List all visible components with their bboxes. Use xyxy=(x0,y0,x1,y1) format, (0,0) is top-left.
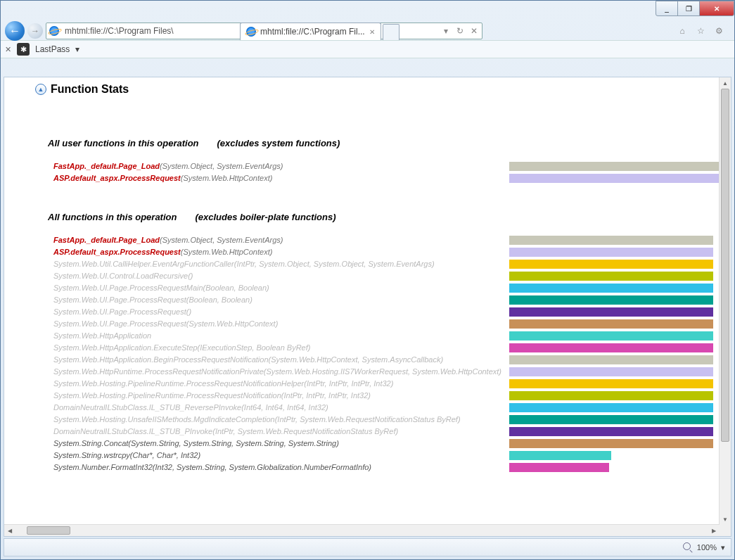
function-bar xyxy=(509,295,713,305)
minimize-icon: _ xyxy=(665,5,669,13)
function-name: System.Web.Hosting.UnsafeIISMethods.MgdI… xyxy=(53,414,509,424)
lastpass-dropdown-icon[interactable]: ▾ xyxy=(75,44,79,54)
scroll-left-icon[interactable]: ◀ xyxy=(4,525,15,536)
function-name: FastApp._default.Page_Load(System.Object… xyxy=(53,161,509,171)
function-bar xyxy=(509,260,713,269)
window-titlebar: _ ❐ ✕ xyxy=(1,1,734,20)
function-row: DomainNeutralILStubClass.IL_STUB_Reverse… xyxy=(53,402,720,413)
function-name: System.Number.FormatInt32(Int32, System.… xyxy=(53,462,509,472)
browser-tab[interactable]: mhtml:file://C:\Program Fil... ✕ xyxy=(240,23,381,40)
arrow-right-icon: → xyxy=(31,26,39,36)
zoom-icon[interactable] xyxy=(683,542,693,552)
function-row: System.Web.UI.Page.ProcessRequest() xyxy=(53,307,720,317)
home-icon[interactable]: ⌂ xyxy=(677,25,688,37)
scroll-right-icon[interactable]: ▶ xyxy=(708,525,720,536)
scroll-corner xyxy=(720,525,731,536)
function-name: ASP.default_aspx.ProcessRequest(System.W… xyxy=(53,247,509,257)
window-buttons: _ ❐ ✕ xyxy=(656,1,734,16)
function-bar xyxy=(509,379,713,388)
toolbar-icons: ⌂ ☆ ⚙ xyxy=(671,25,730,37)
function-row: System.String.wstrcpy(Char*, Char*, Int3… xyxy=(53,450,720,461)
content-area: ▲ Function Stats All user functions in t… xyxy=(4,77,731,537)
function-row: DomainNeutralILStubClass.IL_STUB_PInvoke… xyxy=(53,426,720,437)
dropdown-icon[interactable]: ▾ xyxy=(441,26,451,36)
section1-title: All user functions in this operation(exc… xyxy=(48,138,720,148)
lastpass-icon[interactable]: ✱ xyxy=(17,43,30,56)
function-name: System.String.wstrcpy(Char*, Char*, Int3… xyxy=(53,450,509,460)
function-bar xyxy=(509,343,713,352)
viewport: ▲ Function Stats All user functions in t… xyxy=(4,77,720,525)
function-name: System.Web.UI.Page.ProcessRequest() xyxy=(53,307,509,317)
ie-icon xyxy=(246,27,256,37)
function-bar xyxy=(509,174,720,183)
function-row: System.Web.Hosting.PipelineRuntime.Proce… xyxy=(53,378,720,389)
horizontal-scrollbar[interactable]: ◀ ▶ xyxy=(4,524,720,536)
extension-toolbar: ✕ ✱ LastPass ▾ xyxy=(1,40,734,58)
function-name: System.Web.UI.Control.LoadRecursive() xyxy=(53,271,509,281)
function-name: System.Web.HttpApplication xyxy=(53,331,509,341)
maximize-icon: ❐ xyxy=(686,5,692,13)
gear-icon[interactable]: ⚙ xyxy=(713,25,724,37)
page-title: Function Stats xyxy=(51,83,129,96)
section2-title: All functions in this operation(excludes… xyxy=(48,212,720,222)
favorites-icon[interactable]: ☆ xyxy=(695,25,706,37)
maximize-button[interactable]: ❐ xyxy=(677,1,700,16)
function-name: DomainNeutralILStubClass.IL_STUB_Reverse… xyxy=(53,402,509,412)
function-row: System.Web.UI.Page.ProcessRequest(Boolea… xyxy=(53,295,720,305)
function-row: System.Web.HttpApplication.BeginProcessR… xyxy=(53,355,720,365)
scroll-down-icon[interactable]: ▼ xyxy=(720,514,731,525)
vscroll-thumb[interactable] xyxy=(721,89,729,442)
function-row: System.Number.FormatInt32(Int32, System.… xyxy=(53,462,720,473)
function-bar xyxy=(509,367,713,376)
zoom-dropdown-icon[interactable]: ▾ xyxy=(721,543,725,552)
page-header: ▲ Function Stats xyxy=(35,83,720,96)
function-name: DomainNeutralILStubClass.IL_STUB_PInvoke… xyxy=(53,426,509,436)
stop-icon[interactable]: ✕ xyxy=(469,26,479,36)
close-button[interactable]: ✕ xyxy=(699,1,734,16)
function-bar xyxy=(509,439,713,448)
page-content: ▲ Function Stats All user functions in t… xyxy=(4,77,720,507)
collapse-icon[interactable]: ▲ xyxy=(35,84,46,95)
function-name: System.Web.Util.CalliHelper.EventArgFunc… xyxy=(53,259,509,269)
function-row: System.Web.UI.Page.ProcessRequest(System… xyxy=(53,319,720,329)
function-bar xyxy=(509,272,713,281)
function-bar xyxy=(509,463,609,472)
status-bar: 100% ▾ xyxy=(4,538,731,556)
function-row: System.Web.UI.Control.LoadRecursive() xyxy=(53,271,720,281)
tab-close-icon[interactable]: ✕ xyxy=(369,28,375,36)
arrow-left-icon: ← xyxy=(9,25,20,37)
vertical-scrollbar[interactable]: ▲ ▼ xyxy=(719,77,731,525)
browser-window: _ ❐ ✕ ← → ▾ ↻ ✕ ⌂ ☆ ⚙ mhtml:file://C:\Pr… xyxy=(0,0,735,560)
function-name: System.Web.Hosting.PipelineRuntime.Proce… xyxy=(53,390,509,400)
function-bar xyxy=(509,307,713,317)
function-row: System.Web.Hosting.UnsafeIISMethods.MgdI… xyxy=(53,414,720,425)
function-row: System.Web.UI.Page.ProcessRequestMain(Bo… xyxy=(53,283,720,293)
lastpass-label[interactable]: LastPass xyxy=(35,44,70,54)
refresh-icon[interactable]: ↻ xyxy=(455,26,465,36)
back-button[interactable]: ← xyxy=(5,21,25,41)
function-name: System.Web.HttpApplication.BeginProcessR… xyxy=(53,355,509,364)
function-name: System.Web.UI.Page.ProcessRequestMain(Bo… xyxy=(53,283,509,293)
minimize-button[interactable]: _ xyxy=(656,1,678,16)
hscroll-thumb[interactable] xyxy=(27,526,70,535)
new-tab-button[interactable] xyxy=(383,24,400,40)
forward-button[interactable]: → xyxy=(27,23,43,39)
scroll-up-icon[interactable]: ▲ xyxy=(720,77,731,89)
function-name: System.Web.HttpRuntime.ProcessRequestNot… xyxy=(53,367,509,376)
function-row: System.Web.HttpApplication xyxy=(53,331,720,341)
function-bar xyxy=(509,236,713,245)
function-row: System.Web.Hosting.PipelineRuntime.Proce… xyxy=(53,390,720,401)
function-bar xyxy=(509,248,713,257)
zoom-level[interactable]: 100% xyxy=(697,543,717,552)
toolbar-close-icon[interactable]: ✕ xyxy=(5,45,11,54)
function-name: System.Web.Hosting.PipelineRuntime.Proce… xyxy=(53,378,509,388)
function-row: System.String.Concat(System.String, Syst… xyxy=(53,438,720,449)
function-bar xyxy=(509,427,713,436)
function-name: System.Web.HttpApplication.ExecuteStep(I… xyxy=(53,343,509,352)
function-bar xyxy=(509,284,713,293)
ie-icon xyxy=(49,26,59,36)
function-row: FastApp._default.Page_Load(System.Object… xyxy=(53,161,720,172)
function-bar xyxy=(509,415,713,424)
function-name: FastApp._default.Page_Load(System.Object… xyxy=(53,235,509,245)
function-bar xyxy=(509,391,713,400)
